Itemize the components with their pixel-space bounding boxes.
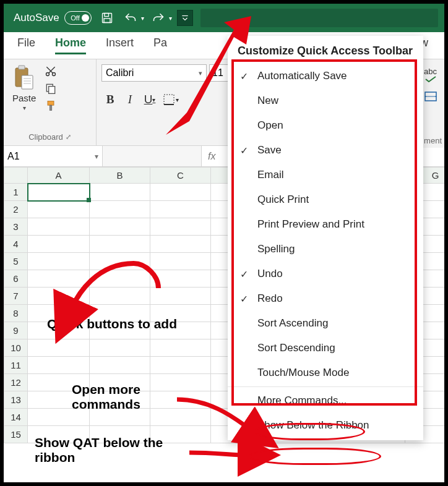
cell[interactable] bbox=[90, 218, 150, 236]
format-painter-button[interactable] bbox=[43, 99, 58, 113]
cell[interactable] bbox=[150, 357, 211, 374]
row-header[interactable]: 8 bbox=[4, 305, 28, 322]
cell[interactable] bbox=[90, 305, 150, 322]
cell[interactable] bbox=[150, 253, 211, 270]
cell[interactable] bbox=[150, 322, 211, 339]
cell[interactable] bbox=[90, 184, 150, 201]
undo-button[interactable] bbox=[121, 9, 140, 27]
paste-button[interactable]: Paste ▾ bbox=[9, 62, 40, 114]
row-header[interactable]: 9 bbox=[4, 322, 28, 339]
cell[interactable] bbox=[150, 218, 211, 236]
cell[interactable] bbox=[150, 374, 211, 391]
underline-button[interactable]: U ▾ bbox=[141, 92, 158, 108]
row-header[interactable]: 11 bbox=[4, 357, 28, 374]
cell[interactable] bbox=[150, 270, 211, 288]
row-header[interactable]: 4 bbox=[4, 236, 28, 253]
clipboard-launcher[interactable]: ⤢ bbox=[66, 133, 71, 141]
name-box[interactable]: A1 ▾ bbox=[4, 146, 103, 166]
cell[interactable] bbox=[90, 409, 150, 426]
menu-more-commands[interactable]: More Commands... bbox=[228, 388, 423, 413]
fx-icon[interactable]: fx bbox=[202, 151, 222, 162]
qat-menu-item[interactable]: Open bbox=[228, 113, 423, 138]
cell[interactable] bbox=[90, 322, 150, 339]
qat-menu-item[interactable]: Spelling bbox=[228, 237, 423, 262]
tab-insert[interactable]: Insert bbox=[97, 34, 142, 57]
row-header[interactable]: 10 bbox=[4, 339, 28, 357]
cell[interactable] bbox=[150, 305, 211, 322]
row-header[interactable]: 13 bbox=[4, 391, 28, 409]
cell[interactable] bbox=[28, 288, 90, 305]
cell[interactable] bbox=[28, 357, 90, 374]
cell[interactable] bbox=[90, 357, 150, 374]
cell[interactable] bbox=[90, 253, 150, 270]
row-header[interactable]: 5 bbox=[4, 253, 28, 270]
customize-qat-button[interactable] bbox=[177, 10, 193, 26]
cell[interactable] bbox=[28, 426, 90, 443]
bold-button[interactable]: B bbox=[101, 92, 119, 108]
copy-button[interactable] bbox=[43, 82, 58, 95]
cell[interactable] bbox=[90, 270, 150, 288]
cell[interactable] bbox=[28, 339, 90, 357]
cell[interactable] bbox=[90, 339, 150, 357]
tab-file[interactable]: File bbox=[9, 34, 44, 57]
cell[interactable] bbox=[28, 253, 90, 270]
col-header-C[interactable]: C bbox=[150, 168, 211, 184]
cell[interactable] bbox=[28, 218, 90, 236]
qat-menu-item[interactable]: Quick Print bbox=[228, 187, 423, 212]
cell[interactable] bbox=[28, 270, 90, 288]
row-header[interactable]: 6 bbox=[4, 270, 28, 288]
qat-menu-item[interactable]: Sort Descending bbox=[228, 336, 423, 360]
redo-button[interactable] bbox=[149, 9, 168, 27]
cell[interactable] bbox=[150, 201, 211, 218]
cell[interactable] bbox=[90, 374, 150, 391]
row-header[interactable]: 3 bbox=[4, 218, 28, 236]
cell[interactable] bbox=[28, 236, 90, 253]
undo-split-button[interactable]: ▾ bbox=[121, 9, 144, 27]
row-header[interactable]: 12 bbox=[4, 374, 28, 391]
qat-menu-item[interactable]: New bbox=[228, 88, 423, 113]
borders-button[interactable]: ▾ bbox=[161, 92, 181, 108]
italic-button[interactable]: I bbox=[121, 92, 139, 108]
col-header-B[interactable]: B bbox=[90, 168, 150, 184]
undo-caret-icon[interactable]: ▾ bbox=[141, 15, 144, 22]
qat-menu-item[interactable]: ✓Automatically Save bbox=[228, 64, 423, 88]
tab-home[interactable]: Home bbox=[46, 34, 95, 57]
cell[interactable] bbox=[28, 322, 90, 339]
cell[interactable] bbox=[28, 409, 90, 426]
cut-button[interactable] bbox=[43, 64, 58, 78]
row-header[interactable]: 1 bbox=[4, 184, 28, 201]
row-header[interactable]: 15 bbox=[4, 426, 28, 443]
cell[interactable] bbox=[28, 391, 90, 409]
cell[interactable] bbox=[28, 201, 90, 218]
cell[interactable] bbox=[150, 426, 211, 443]
menu-show-below-ribbon[interactable]: Show Below the Ribbon bbox=[228, 413, 423, 438]
row-header[interactable]: 7 bbox=[4, 288, 28, 305]
autosave-toggle[interactable]: AutoSave Off bbox=[14, 11, 92, 25]
autosave-switch[interactable]: Off bbox=[64, 11, 92, 25]
row-header[interactable]: 2 bbox=[4, 201, 28, 218]
cell[interactable] bbox=[90, 391, 150, 409]
cell[interactable] bbox=[28, 305, 90, 322]
redo-split-button[interactable]: ▾ bbox=[149, 9, 172, 27]
cell[interactable] bbox=[150, 288, 211, 305]
peek-button-2[interactable] bbox=[424, 91, 437, 102]
cell[interactable] bbox=[150, 236, 211, 253]
name-box-caret-icon[interactable]: ▾ bbox=[95, 152, 98, 161]
cell[interactable] bbox=[150, 339, 211, 357]
qat-menu-item[interactable]: ✓Save bbox=[228, 138, 423, 163]
qat-menu-item[interactable]: Sort Ascending bbox=[228, 311, 423, 336]
cell[interactable] bbox=[90, 288, 150, 305]
qat-menu-item[interactable]: ✓Undo bbox=[228, 262, 423, 286]
qat-menu-item[interactable]: ✓Redo bbox=[228, 286, 423, 311]
cell[interactable] bbox=[90, 426, 150, 443]
row-header[interactable]: 14 bbox=[4, 409, 28, 426]
cell[interactable] bbox=[150, 184, 211, 201]
select-all-corner[interactable] bbox=[4, 168, 28, 184]
qat-menu-item[interactable]: Touch/Mouse Mode bbox=[228, 360, 423, 385]
cell[interactable] bbox=[150, 409, 211, 426]
spelling-peek-icon[interactable]: abc bbox=[424, 67, 437, 82]
cell[interactable] bbox=[90, 236, 150, 253]
cell[interactable] bbox=[28, 184, 90, 201]
paste-caret-icon[interactable]: ▾ bbox=[23, 104, 26, 111]
qat-menu-item[interactable]: Print Preview and Print bbox=[228, 212, 423, 237]
